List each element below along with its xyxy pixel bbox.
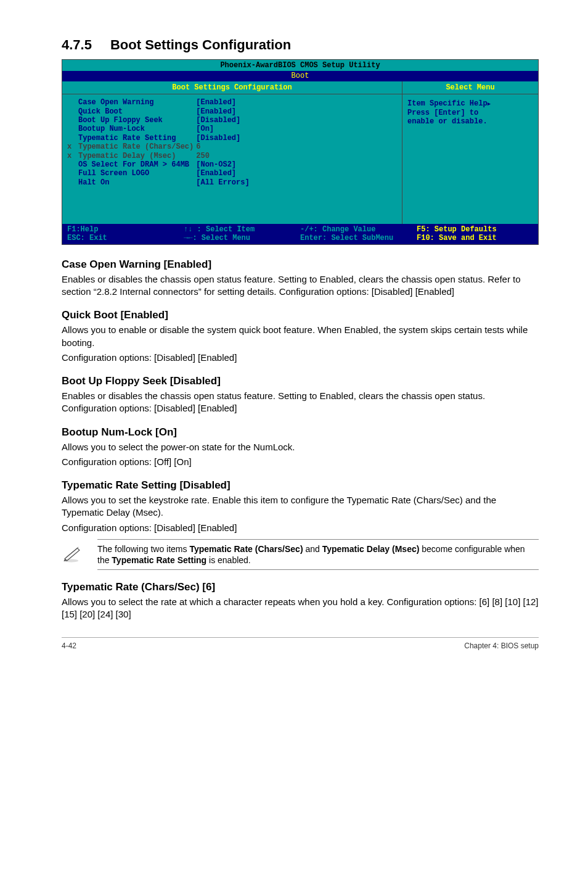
bios-footer-select-item: ↑↓ : Select Item bbox=[184, 225, 255, 234]
setting-description: Enables or disables the chassis open sta… bbox=[62, 390, 539, 415]
bios-setting-row: Full Screen LOGO [Enabled] bbox=[67, 169, 252, 178]
setting-heading: Typematic Rate Setting [Disabled] bbox=[62, 479, 539, 492]
bios-footer-enter: Enter: Select SubMenu bbox=[300, 234, 393, 242]
bios-row-prefix bbox=[67, 116, 78, 125]
bios-row-prefix bbox=[67, 134, 78, 142]
bios-row-value: [Disabled] bbox=[196, 134, 251, 142]
bios-row-name: Boot Up Floppy Seek bbox=[78, 116, 196, 125]
setting-heading: Boot Up Floppy Seek [Disabled] bbox=[62, 375, 539, 387]
bios-row-name: Halt On bbox=[78, 178, 196, 187]
setting-heading: Bootup Num-Lock [On] bbox=[62, 426, 539, 439]
bios-setting-row: Case Open Warning [Enabled] bbox=[67, 98, 252, 107]
bios-row-prefix bbox=[67, 178, 78, 187]
setting-description: Configuration options: [Disabled] [Enabl… bbox=[62, 522, 539, 534]
setting-description: Allows you to select the rate at which a… bbox=[62, 596, 539, 621]
chapter-label: Chapter 4: BIOS setup bbox=[464, 642, 539, 650]
bios-setting-row: OS Select For DRAM > 64MB [Non-OS2] bbox=[67, 160, 252, 169]
setting-description: Allows you to enable or disable the syst… bbox=[62, 324, 539, 349]
bios-row-prefix bbox=[67, 107, 78, 116]
bios-footer-f10: F10: Save and Exit bbox=[417, 234, 497, 242]
bios-help-line1: Item Specific Help bbox=[407, 99, 488, 108]
bios-row-value: [Non-OS2] bbox=[196, 160, 251, 169]
bios-footer: F1:Help ESC: Exit ↑↓ : Select Item →←: S… bbox=[62, 224, 538, 244]
svg-marker-1 bbox=[65, 548, 80, 561]
bios-footer-f1: F1:Help bbox=[67, 225, 98, 234]
bios-row-value: [Enabled] bbox=[196, 98, 251, 107]
setting-description: Allows you to select the power-on state … bbox=[62, 441, 539, 453]
section-number: 4.7.5 bbox=[62, 37, 92, 52]
pencil-note-icon bbox=[62, 543, 97, 566]
note-rule-bottom bbox=[97, 569, 539, 570]
bios-setting-row: xTypematic Rate (Chars/Sec)6 bbox=[67, 142, 252, 151]
bios-row-prefix bbox=[67, 169, 78, 178]
bios-titlebar: Phoenix-AwardBIOS CMOS Setup Utility bbox=[62, 60, 538, 71]
bios-setting-row: Halt On [All Errors] bbox=[67, 178, 252, 187]
bios-row-name: Bootup Num-Lock bbox=[78, 125, 196, 133]
section-heading: 4.7.5Boot Settings Configuration bbox=[62, 37, 539, 53]
bios-footer-change-value: -/+: Change Value bbox=[300, 225, 375, 234]
setting-description: Configuration options: [Disabled] [Enabl… bbox=[62, 352, 539, 364]
section-title: Boot Settings Configuration bbox=[110, 37, 291, 52]
bios-row-value: 6 bbox=[196, 142, 251, 151]
bios-row-value: 250 bbox=[196, 152, 251, 160]
bios-menubar: Boot bbox=[62, 71, 538, 81]
bios-setting-row: Boot Up Floppy Seek [Disabled] bbox=[67, 116, 252, 125]
bios-row-prefix bbox=[67, 125, 78, 133]
bios-setting-row: Quick Boot [Enabled] bbox=[67, 107, 252, 116]
right-arrow-icon: ▶ bbox=[488, 101, 491, 107]
bios-footer-f5: F5: Setup Defaults bbox=[417, 225, 497, 234]
note-block: The following two items Typematic Rate (… bbox=[62, 539, 539, 570]
bios-row-value: [Enabled] bbox=[196, 107, 251, 116]
note-text: The following two items Typematic Rate (… bbox=[97, 543, 539, 566]
bios-row-value: [All Errors] bbox=[196, 178, 251, 187]
bios-setting-row: Typematic Rate Setting [Disabled] bbox=[67, 134, 252, 142]
setting-description: Configuration options: [Off] [On] bbox=[62, 456, 539, 468]
bios-row-prefix bbox=[67, 98, 78, 107]
setting-heading: Typematic Rate (Chars/Sec) [6] bbox=[62, 581, 539, 593]
bios-row-prefix: x bbox=[67, 152, 78, 160]
bios-setting-row: xTypematic Delay (Msec) 250 bbox=[67, 152, 252, 160]
bios-row-name: Typematic Rate (Chars/Sec) bbox=[78, 142, 196, 151]
page-footer: 4-42 Chapter 4: BIOS setup bbox=[62, 637, 539, 650]
bios-menu-active: Boot bbox=[289, 72, 312, 80]
setting-heading: Quick Boot [Enabled] bbox=[62, 309, 539, 321]
bios-row-name: Case Open Warning bbox=[78, 98, 196, 107]
bios-row-value: [On] bbox=[196, 125, 251, 133]
bios-row-prefix bbox=[67, 160, 78, 169]
bios-row-name: Full Screen LOGO bbox=[78, 169, 196, 178]
bios-row-name: Typematic Delay (Msec) bbox=[78, 152, 196, 160]
bios-row-name: Typematic Rate Setting bbox=[78, 134, 196, 142]
bios-right-title: Select Menu bbox=[402, 81, 538, 94]
bios-row-name: OS Select For DRAM > 64MB bbox=[78, 160, 196, 169]
bios-footer-esc: ESC: Exit bbox=[67, 234, 107, 242]
bios-help-line2: Press [Enter] to bbox=[407, 109, 478, 117]
bios-row-name: Quick Boot bbox=[78, 107, 196, 116]
setting-heading: Case Open Warning [Enabled] bbox=[62, 258, 539, 271]
setting-description: Enables or disables the chassis open sta… bbox=[62, 273, 539, 299]
bios-footer-select-menu: →←: Select Menu bbox=[184, 234, 250, 242]
page-number: 4-42 bbox=[62, 642, 76, 650]
bios-settings-list: Case Open Warning [Enabled]Quick Boot [E… bbox=[62, 94, 402, 224]
setting-description: Allows you to set the keystroke rate. En… bbox=[62, 494, 539, 519]
bios-help-line3: enable or disable. bbox=[407, 117, 488, 126]
bios-left-title: Boot Settings Configuration bbox=[62, 81, 402, 94]
bios-help-pane: Item Specific Help▶ Press [Enter] to ena… bbox=[402, 94, 538, 131]
bios-screenshot: Phoenix-AwardBIOS CMOS Setup Utility Boo… bbox=[62, 59, 539, 245]
bios-row-value: [Disabled] bbox=[196, 116, 251, 125]
bios-setting-row: Bootup Num-Lock [On] bbox=[67, 125, 252, 133]
bios-row-value: [Enabled] bbox=[196, 169, 251, 178]
bios-row-prefix: x bbox=[67, 142, 78, 151]
